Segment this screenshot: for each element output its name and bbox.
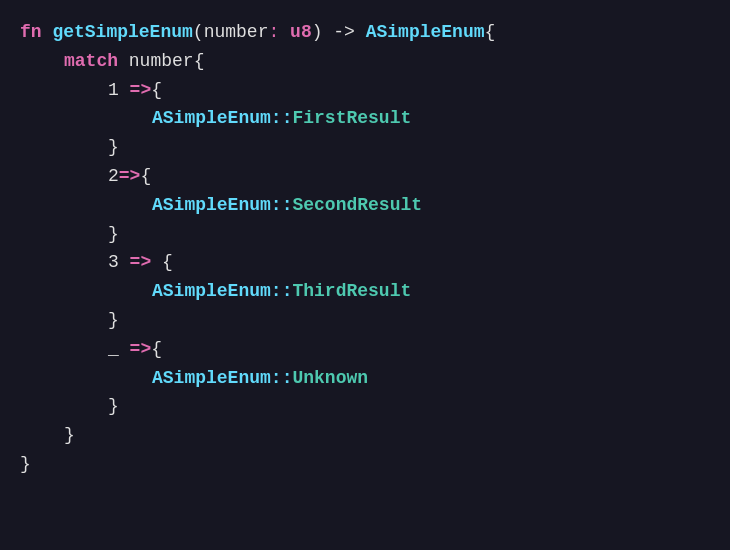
token-enum-name: ASimpleEnum [152, 364, 271, 393]
token-param: number [204, 18, 269, 47]
token-enum-variant: ThirdResult [292, 277, 411, 306]
token-enum-name: ASimpleEnum [152, 191, 271, 220]
token-kw: match [64, 47, 129, 76]
token-brace: { [162, 248, 173, 277]
token-brace: ( [193, 18, 204, 47]
token-kw: fn [20, 18, 52, 47]
token-brace: } [108, 133, 119, 162]
code-line: 1 =>{ [20, 76, 710, 105]
token-brace: } [108, 392, 119, 421]
token-type: u8 [290, 18, 312, 47]
code-line: } [20, 306, 710, 335]
token-kw: => [130, 248, 162, 277]
code-line: _ =>{ [20, 335, 710, 364]
token-enum-variant: Unknown [292, 364, 368, 393]
token-number: _ [108, 335, 130, 364]
code-line: } [20, 133, 710, 162]
token-punct: : [268, 18, 290, 47]
token-brace: { [140, 162, 151, 191]
token-brace: { [151, 335, 162, 364]
token-number: 3 [108, 248, 130, 277]
code-line: fn getSimpleEnum(number: u8) -> ASimpleE… [20, 18, 710, 47]
token-enum-name: ASimpleEnum [152, 277, 271, 306]
code-editor: fn getSimpleEnum(number: u8) -> ASimpleE… [0, 0, 730, 550]
code-line: ASimpleEnum::FirstResult [20, 104, 710, 133]
code-line: } [20, 421, 710, 450]
token-brace: } [64, 421, 75, 450]
code-line: ASimpleEnum::SecondResult [20, 191, 710, 220]
code-line: } [20, 220, 710, 249]
token-brace: { [485, 18, 496, 47]
token-enum-variant: FirstResult [292, 104, 411, 133]
token-kw: => [130, 335, 152, 364]
token-kw: => [130, 76, 152, 105]
token-number: 1 [108, 76, 130, 105]
code-line: match number{ [20, 47, 710, 76]
code-line: } [20, 392, 710, 421]
code-line: } [20, 450, 710, 479]
code-line: ASimpleEnum::Unknown [20, 364, 710, 393]
token-dbl-colon: :: [271, 191, 293, 220]
token-enum-variant: SecondResult [292, 191, 422, 220]
token-brace: ) [312, 18, 334, 47]
code-line: 2=>{ [20, 162, 710, 191]
token-enum-name: ASimpleEnum [366, 18, 485, 47]
token-brace: } [20, 450, 31, 479]
token-brace: } [108, 220, 119, 249]
code-line: ASimpleEnum::ThirdResult [20, 277, 710, 306]
token-brace: } [108, 306, 119, 335]
code-line: 3 => { [20, 248, 710, 277]
token-dbl-colon: :: [271, 277, 293, 306]
token-kw: => [119, 162, 141, 191]
token-brace: { [194, 47, 205, 76]
token-arrow: -> [333, 18, 365, 47]
token-dbl-colon: :: [271, 104, 293, 133]
token-dbl-colon: :: [271, 364, 293, 393]
token-brace: { [151, 76, 162, 105]
token-param: number [129, 47, 194, 76]
token-fn-name: getSimpleEnum [52, 18, 192, 47]
token-enum-name: ASimpleEnum [152, 104, 271, 133]
token-number: 2 [108, 162, 119, 191]
